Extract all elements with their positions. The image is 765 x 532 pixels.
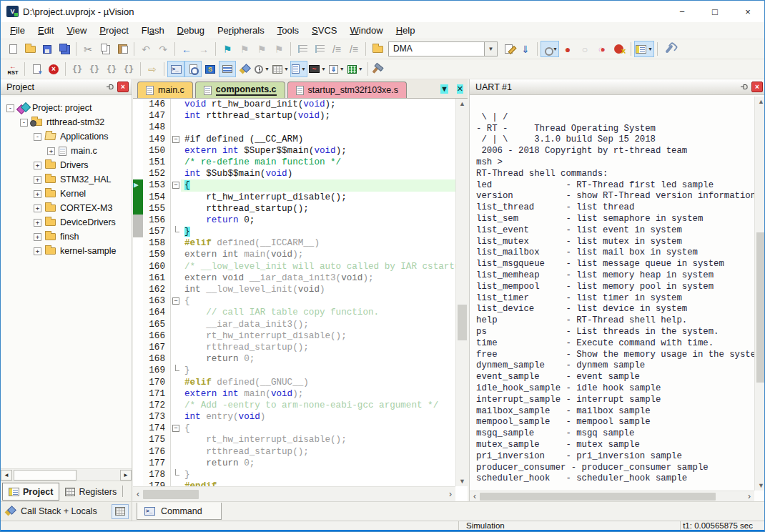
fold-collapse-icon[interactable]: − — [172, 182, 179, 189]
dropdown-arrow-icon[interactable]: ▼ — [358, 66, 363, 72]
code-text[interactable]: extern int $Super$$main(void); — [181, 145, 455, 157]
bookmark-prev-icon[interactable]: ⚑ — [236, 41, 253, 57]
minimize-button[interactable]: − — [666, 1, 699, 22]
bookmark-toggle-icon[interactable]: ⚑ — [219, 41, 236, 57]
menu-item-view[interactable]: View — [60, 23, 93, 38]
disable-all-breakpoints-icon[interactable] — [593, 41, 611, 57]
scrollbar-thumb[interactable] — [14, 470, 76, 481]
code-area[interactable]: 146void rt_hw_board_init(void);147int rt… — [133, 99, 455, 486]
menu-item-tools[interactable]: Tools — [271, 23, 305, 38]
scroll-down-icon[interactable]: ▼ — [456, 478, 468, 485]
scroll-down-icon[interactable]: ▼ — [755, 482, 765, 489]
menu-item-flash[interactable]: Flash — [135, 23, 171, 38]
save-all-icon[interactable] — [56, 41, 73, 57]
scroll-left-icon[interactable]: ‹ — [133, 490, 143, 498]
menu-item-svcs[interactable]: SVCS — [305, 23, 343, 38]
code-text[interactable]: return 0; — [181, 458, 455, 469]
scroll-up-icon[interactable]: ▲ — [456, 100, 468, 107]
code-text[interactable]: int __low_level_init(void) — [181, 284, 455, 295]
redo-icon[interactable]: ↷ — [154, 41, 172, 57]
scroll-left-icon[interactable]: ‹ — [470, 492, 480, 501]
tree-item-applications[interactable]: -Applications — [1, 129, 132, 144]
indent-icon[interactable] — [294, 41, 311, 57]
configure-flash-icon[interactable] — [500, 41, 517, 57]
code-text[interactable]: void rt_hw_board_init(void); — [181, 99, 455, 110]
step-out-icon[interactable]: {} — [103, 61, 120, 77]
tree-item-drivers[interactable]: +Drivers — [1, 158, 132, 172]
fold-collapse-icon[interactable]: − — [172, 136, 179, 143]
code-text[interactable]: /* Add -eentry to arm-none-eabi-gcc argu… — [181, 400, 455, 411]
bookmark-next-icon[interactable]: ⚑ — [253, 41, 270, 57]
step-over-icon[interactable]: {} — [86, 61, 103, 77]
resize-grip[interactable] — [757, 521, 765, 530]
panel-tab-project[interactable]: Project — [2, 483, 59, 501]
editor-tab-components-c[interactable]: components.c — [195, 82, 285, 98]
combobox-dropdown-icon[interactable]: ▼ — [485, 41, 498, 56]
menu-item-debug[interactable]: Debug — [171, 23, 211, 38]
editor-horizontal-scrollbar[interactable]: ‹ › — [133, 486, 455, 501]
open-file-icon[interactable] — [21, 41, 39, 57]
run-icon[interactable] — [28, 61, 45, 77]
code-text[interactable]: rt_hw_interrupt_disable(); — [181, 330, 455, 342]
code-text[interactable]: rt_hw_interrupt_disable(); — [181, 434, 455, 445]
bookmark-clear-icon[interactable]: ⚑ — [270, 41, 287, 57]
copy-icon[interactable] — [97, 41, 114, 57]
insert-breakpoint-icon[interactable]: ● — [559, 41, 576, 57]
debug-session-icon[interactable]: ▼ — [541, 41, 559, 57]
code-text[interactable]: rtthread_startup(); — [181, 203, 455, 215]
pin-icon[interactable] — [738, 82, 749, 92]
analysis-window-icon[interactable] — [236, 61, 253, 77]
code-text[interactable]: int rtthread_startup(void); — [181, 110, 455, 122]
code-text[interactable]: /* __low_level_init will auto called by … — [181, 261, 455, 272]
collapse-icon[interactable]: - — [20, 119, 28, 127]
expand-icon[interactable]: + — [34, 219, 41, 227]
project-horizontal-scrollbar[interactable]: ◄ ► — [1, 468, 132, 481]
scroll-right-icon[interactable]: › — [445, 490, 455, 498]
project-panel-close-icon[interactable]: × — [117, 82, 129, 92]
code-text[interactable]: int entry(void) — [181, 411, 455, 423]
cut-icon[interactable]: ✂ — [79, 41, 97, 57]
code-text[interactable]: rt_hw_interrupt_disable(); — [181, 192, 455, 203]
panel-tab-registers[interactable]: Registers — [59, 483, 122, 501]
menu-item-peripherals[interactable]: Peripherals — [211, 23, 271, 38]
new-file-icon[interactable] — [4, 41, 21, 57]
paste-icon[interactable] — [114, 41, 131, 57]
navigate-forward-icon[interactable]: → — [195, 41, 212, 57]
expand-icon[interactable]: + — [34, 190, 41, 198]
memory-window-icon[interactable]: ▼ — [271, 61, 290, 77]
target-options-icon[interactable] — [369, 41, 386, 57]
code-text[interactable]: #if defined (__CC_ARM) — [181, 134, 455, 145]
flash-download-icon[interactable]: ⇓ — [517, 41, 534, 57]
scroll-right-icon[interactable]: › — [744, 492, 754, 501]
close-button[interactable]: × — [731, 1, 764, 22]
serial-window-icon[interactable] — [219, 61, 236, 77]
trace-window-icon[interactable]: ▼ — [253, 61, 271, 77]
fold-collapse-icon[interactable]: − — [172, 297, 179, 305]
tab-list-dropdown-icon[interactable]: ▼ — [440, 84, 448, 94]
serial-uart-icon[interactable]: ▼ — [290, 61, 307, 77]
scroll-right-icon[interactable]: ► — [120, 470, 132, 481]
code-text[interactable]: } — [181, 365, 455, 376]
target-combobox[interactable]: DMA▼ — [388, 41, 498, 56]
tree-item-rtthread-stm32[interactable]: -rtthread-stm32 — [1, 115, 132, 129]
code-text[interactable]: extern int main(void); — [181, 388, 455, 400]
code-text[interactable]: /* re-define main function */ — [181, 157, 455, 168]
expand-icon[interactable]: + — [47, 147, 55, 155]
command-window-icon[interactable]: >_ — [167, 61, 184, 77]
show-next-statement-icon[interactable]: ⇨ — [144, 61, 161, 77]
menu-item-file[interactable]: File — [4, 23, 31, 38]
menu-item-project[interactable]: Project — [93, 23, 134, 38]
scroll-up-icon[interactable]: ▲ — [755, 98, 765, 105]
maximize-button[interactable]: □ — [699, 1, 731, 22]
toggle-breakpoint-icon[interactable]: ○ — [576, 41, 593, 57]
code-text[interactable]: } — [181, 226, 455, 237]
code-text[interactable]: { — [181, 295, 455, 307]
expand-icon[interactable]: + — [34, 247, 41, 255]
debug-toolbox-icon[interactable]: ▼ — [371, 61, 388, 77]
scrollbar-thumb[interactable] — [458, 305, 467, 340]
target-combobox-value[interactable]: DMA — [388, 41, 485, 56]
collapse-icon[interactable]: - — [6, 104, 14, 112]
tree-item-finsh[interactable]: +finsh — [1, 230, 132, 244]
tree-item-stm32-hal[interactable]: +STM32_HAL — [1, 172, 132, 187]
code-text[interactable] — [181, 122, 455, 133]
